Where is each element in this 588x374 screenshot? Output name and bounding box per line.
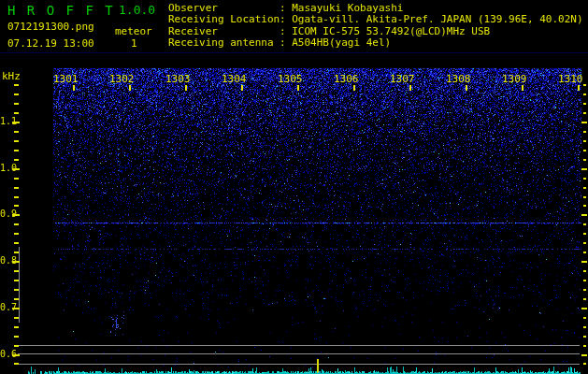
time-tick-label: 1305: [278, 74, 303, 84]
khz-unit-label: kHz: [2, 71, 21, 81]
station-colon: :: [280, 36, 292, 49]
meteor-count: 1: [131, 38, 137, 49]
time-tick-label: 1309: [502, 74, 527, 84]
station-colon: :: [280, 25, 292, 37]
time-tick-label: 1310: [558, 74, 583, 84]
freq-tick-label: 0.8: [0, 256, 17, 266]
spectrogram-canvas: [0, 0, 588, 374]
time-tick-label: 1308: [446, 74, 471, 84]
time-tick-label: 1303: [165, 74, 191, 84]
freq-tick-label: 1.1: [0, 117, 17, 126]
station-row: Receiving Location: Ogata-vill. Akita-Pr…: [168, 14, 583, 24]
time-tick-label: 1301: [53, 74, 79, 84]
hrofft-screen: H R O F F T 1.0.0 0712191300.png meteor …: [0, 0, 588, 374]
freq-tick-label: 1.0: [0, 164, 17, 173]
station-row: Receiver: ICOM IC-575 53.7492(@LCD)MHz U…: [168, 26, 490, 36]
station-value: ICOM IC-575 53.7492(@LCD)MHz USB: [292, 25, 490, 37]
freq-tick-label: 0.9: [0, 209, 17, 219]
time-tick-label: 1307: [390, 74, 415, 84]
station-row: Receiving antenna: A504HB(yagi 4el): [168, 37, 391, 48]
station-label: Receiving Location: [168, 14, 280, 24]
freq-tick-label: 0.6: [0, 350, 17, 359]
observation-datetime: 07.12.19 13:00: [7, 38, 94, 49]
station-value: A504HB(yagi 4el): [292, 36, 391, 49]
station-label: Receiving antenna: [168, 37, 280, 48]
app-version: 1.0.0: [119, 4, 155, 16]
station-row: Observer: Masayuki Kobayashi: [168, 3, 403, 13]
filename: 0712191300.png: [7, 22, 94, 32]
station-label: Observer: [168, 3, 280, 13]
station-value: Masayuki Kobayashi: [292, 2, 403, 14]
station-label: Receiver: [168, 26, 280, 36]
time-tick-label: 1306: [334, 74, 359, 84]
station-colon: :: [280, 2, 292, 14]
mode-label: meteor: [115, 26, 152, 36]
time-tick-label: 1304: [222, 74, 247, 84]
time-tick-label: 1302: [109, 74, 135, 84]
app-title: H R O F F T: [7, 4, 115, 17]
freq-tick-label: 0.7: [0, 303, 17, 312]
station-value: Ogata-vill. Akita-Pref. JAPAN (139.96E, …: [292, 13, 582, 25]
station-colon: :: [280, 13, 292, 25]
